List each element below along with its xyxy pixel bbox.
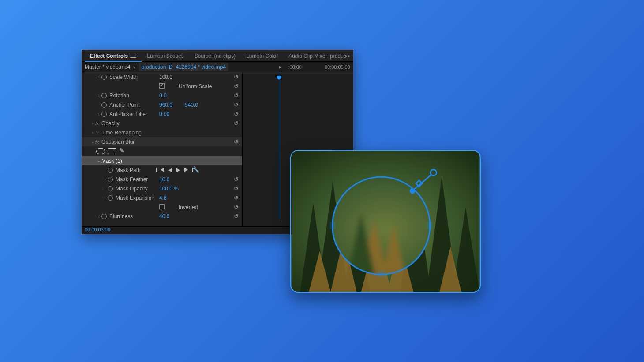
prop-label: Mask (1) [101,158,122,164]
twist-icon[interactable]: › [90,131,95,135]
rect-mask-button[interactable] [108,148,116,154]
mask-shape-row [82,146,242,156]
row-mask-path: Mask Path 🔧 [82,165,242,175]
row-blurriness: › Blurriness 40.0 ↺ [82,212,242,221]
twist-icon[interactable]: › [90,121,95,126]
tab-effect-controls[interactable]: Effect Controls [85,50,142,62]
fx-icon[interactable]: fx [95,130,101,135]
inverted-checkbox[interactable] [159,204,165,209]
stopwatch-icon[interactable] [101,74,108,80]
reset-icon[interactable]: ↺ [234,213,239,220]
twist-icon[interactable]: › [96,112,101,116]
reset-icon[interactable]: ↺ [234,74,239,80]
track-backward-button[interactable] [161,168,164,172]
playhead[interactable] [279,72,279,219]
reset-icon[interactable]: ↺ [234,176,239,183]
prop-label: Rotation [109,93,129,99]
twist-icon[interactable]: › [102,196,108,200]
twist-icon[interactable]: › [96,75,101,79]
pen-mask-button[interactable] [119,148,125,154]
row-scale-width: › Scale Width 100.0 ↺ [82,72,242,82]
prop-label: Opacity [101,120,120,127]
prop-label: Mask Feather [116,176,148,183]
stopwatch-icon[interactable] [101,213,108,220]
panel-tabs: Effect Controls Lumetri Scopes Source: (… [82,50,353,62]
reset-icon[interactable]: ↺ [234,194,239,201]
row-uniform-scale: Uniform Scale ↺ [82,82,242,91]
prop-label: Inverted [179,204,198,210]
anchor-x[interactable]: 960.0 [159,102,172,108]
prop-value[interactable]: 0.0 [159,93,167,99]
stopwatch-icon[interactable] [108,176,114,183]
preview-image [291,151,480,292]
svg-rect-22 [378,272,384,276]
stopwatch-icon[interactable] [108,195,114,201]
tab-lumetri-scopes[interactable]: Lumetri Scopes [142,50,189,62]
row-gaussian-blur[interactable]: ⌄ fx Gaussian Blur ↺ [82,137,242,146]
reset-icon[interactable]: ↺ [234,101,239,108]
stopwatch-icon[interactable] [108,167,114,173]
tab-overflow-icon[interactable]: >> [344,53,350,59]
prop-value[interactable]: 0.00 [159,111,169,117]
fx-icon[interactable]: fx [95,121,101,126]
prop-label: Mask Path [116,167,141,173]
prop-label: Time Remapping [101,130,142,136]
fx-icon[interactable]: fx [95,139,101,145]
twist-icon[interactable]: ⌄ [90,140,95,144]
next-frame-button[interactable] [184,168,188,172]
breadcrumb-master[interactable]: Master * video.mp4 [85,64,130,70]
stopwatch-icon[interactable] [108,186,114,192]
prop-value[interactable]: 100.0 [159,74,172,80]
stopwatch-icon[interactable] [101,102,108,108]
row-opacity: › fx Opacity ↺ [82,119,242,128]
tab-audio-mixer[interactable]: Audio Clip Mixer: produc [283,50,352,62]
prop-label: Mask Opacity [116,186,148,192]
prev-frame-button[interactable] [168,168,172,172]
prop-label: Uniform Scale [179,83,212,90]
prop-label: Gaussian Blur [101,139,135,145]
svg-rect-21 [427,223,432,229]
tracking-options-icon[interactable]: 🔧 [192,166,199,173]
stopwatch-icon[interactable] [101,93,108,99]
reset-icon[interactable]: ↺ [234,138,239,145]
reset-icon[interactable]: ↺ [234,204,239,210]
prop-value[interactable]: 10.0 [159,176,169,183]
twist-icon[interactable]: › [96,93,101,98]
prop-value[interactable]: 40.0 [159,213,169,220]
chevron-down-icon[interactable]: ∨ [133,65,136,69]
row-mask-feather: › Mask Feather 10.0 ↺ [82,175,242,184]
prop-value[interactable]: 4.6 [159,195,167,201]
prop-label: Scale Width [109,74,138,80]
uniform-scale-checkbox[interactable] [159,83,165,89]
tab-label: Effect Controls [90,53,128,59]
ruler-tc-0: :00:00 [288,64,302,70]
reset-icon[interactable]: ↺ [234,83,239,90]
row-mask-1[interactable]: ⌄ Mask (1) [82,156,242,165]
timeline-start-arrow-icon[interactable]: ▶ [279,65,285,69]
reset-icon[interactable]: ↺ [234,185,239,192]
ellipse-mask-button[interactable] [96,148,105,154]
twist-icon[interactable]: ⌄ [96,159,101,163]
program-monitor-preview [290,150,481,293]
stopwatch-icon[interactable] [101,111,108,117]
twist-icon[interactable]: › [96,214,101,219]
reset-icon[interactable]: ↺ [234,92,239,99]
prop-value[interactable]: 100.0 % [159,186,179,192]
twist-icon[interactable]: › [102,177,108,182]
reset-icon[interactable]: ↺ [234,120,239,127]
prop-label: Anti-flicker Filter [109,111,147,117]
reset-icon[interactable]: ↺ [234,111,239,117]
breadcrumb-clip[interactable]: production ID_4126904 * video.mp4 [139,63,228,71]
track-forward-button[interactable] [176,168,180,172]
row-mask-expansion: › Mask Expansion 4.6 ↺ [82,193,242,202]
row-anti-flicker: › Anti-flicker Filter 0.00 ↺ [82,109,242,119]
row-mask-opacity: › Mask Opacity 100.0 % ↺ [82,184,242,193]
twist-icon[interactable]: › [102,187,108,191]
row-inverted: Inverted ↺ [82,202,242,212]
tab-lumetri-color[interactable]: Lumetri Color [241,50,283,62]
ruler-tc-5: 00:00:05:00 [325,64,350,70]
anchor-y[interactable]: 540.0 [185,102,198,108]
panel-menu-icon[interactable] [130,54,136,58]
clip-breadcrumb: Master * video.mp4 ∨ production ID_41269… [82,62,353,72]
tab-source[interactable]: Source: (no clips) [189,50,241,62]
